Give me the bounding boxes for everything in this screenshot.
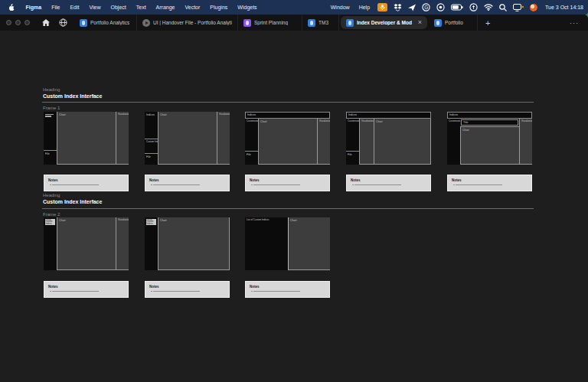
figma-file-icon [346, 19, 354, 27]
menu-item-arrange[interactable]: Arrange [156, 5, 175, 10]
globe-icon[interactable] [54, 15, 71, 31]
note-text-line [153, 291, 200, 292]
figma-tab-bar: Portfolio Analytics UI | Handover File -… [0, 15, 588, 31]
send-icon[interactable] [408, 0, 416, 15]
menu-item-vector[interactable]: Vector [185, 5, 201, 10]
tab-index-developer-module[interactable]: Index Developer & Module × [341, 16, 427, 29]
tab-ui-handover-file[interactable]: UI | Handover File - Portfolio Analytic [137, 15, 238, 31]
tab-label: UI | Handover File - Portfolio Analytic [153, 20, 232, 25]
wireframe-frame2-thumb3[interactable]: List of Custom Indices Chart [245, 217, 330, 270]
note-text-line [456, 184, 502, 185]
thumb-sidebar: Customization File [346, 119, 359, 165]
window-zoom-button[interactable] [24, 20, 30, 25]
note-title: Notes [48, 178, 128, 182]
figma-file-icon [80, 19, 87, 27]
note-card[interactable]: Notes [44, 175, 129, 191]
thumb-chart-panel: Chart [288, 217, 330, 270]
thumb-chart-panel: Chart [374, 119, 431, 165]
note-card[interactable]: Notes [346, 175, 431, 191]
figma-canvas[interactable]: Heading Custom Index Interface Frame 1 F… [0, 31, 588, 382]
display-icon[interactable] [513, 0, 524, 15]
section-title[interactable]: Custom Index Interface [43, 199, 102, 204]
window-minimize-button[interactable] [15, 20, 21, 25]
tab-label: Portfolio Analytics [90, 20, 129, 25]
menu-item-view[interactable]: View [89, 5, 100, 10]
thumb-sidebar: Customization [447, 119, 460, 165]
thumb-chart-panel: Chart [158, 217, 230, 270]
wireframe-frame2-thumb2[interactable]: List of Custom Indices Chart [145, 217, 230, 270]
tab-label: TM3 [318, 20, 328, 25]
note-title: Notes [250, 178, 329, 182]
wireframe-frame1-thumb5[interactable]: Indices Customization Title Chart Visual… [447, 112, 532, 165]
wireframe-frame1-thumb1[interactable]: File Chart Visualization [44, 112, 129, 165]
frame-label[interactable]: Frame 1 [43, 106, 60, 110]
shared-file-icon [142, 19, 150, 27]
menu-item-text[interactable]: Text [136, 5, 146, 10]
section-heading-label[interactable]: Heading [43, 193, 60, 198]
note-title: Notes [149, 178, 229, 182]
wifi-icon[interactable] [484, 0, 493, 15]
note-title: Notes [452, 178, 531, 182]
macos-menu-bar: Figma File Edit View Object Text Arrange… [0, 0, 588, 15]
thumb-sidebar: File [44, 112, 57, 165]
mic-status-icon[interactable] [377, 0, 387, 15]
note-card[interactable]: Notes [245, 175, 330, 191]
section-title[interactable]: Custom Index Interface [43, 93, 102, 99]
note-text-line [354, 184, 401, 185]
window-controls [6, 20, 30, 25]
menu-item-figma[interactable]: Figma [26, 5, 42, 10]
figma-file-icon [308, 19, 315, 27]
thumb-list-panel: List of Custom Indices [245, 217, 288, 270]
tab-tm3[interactable]: TM3 [302, 15, 339, 31]
menu-item-file[interactable]: File [51, 5, 60, 10]
wireframe-frame2-thumb1[interactable]: List of Custom Indices Chart Visualizati… [44, 217, 129, 270]
overflow-menu-icon[interactable]: ··· [570, 19, 579, 27]
thumb-sidebar: Customization File [245, 119, 258, 165]
wireframe-frame1-thumb4[interactable]: Indices Customization File Visualization… [346, 112, 431, 165]
thumb-visualization-panel: Visualization [116, 217, 129, 270]
thumb-visualization-panel: Visualization [217, 112, 230, 165]
battery-icon[interactable] [451, 0, 463, 15]
thumb-topbar: Indices [245, 112, 330, 119]
menu-bar-clock[interactable]: Tue 3 Oct 14:18 [545, 5, 583, 10]
menu-item-plugins[interactable]: Plugins [210, 5, 227, 10]
note-card[interactable]: Notes [145, 281, 230, 298]
grammarly-icon[interactable]: G [422, 0, 430, 15]
menu-item-window[interactable]: Window [331, 5, 350, 10]
wireframe-frame1-thumb3[interactable]: Indices Customization File Chart Visuali… [245, 112, 330, 165]
note-card[interactable]: Notes [44, 281, 129, 298]
menu-item-edit[interactable]: Edit [70, 5, 79, 10]
tab-label: Portfolio [445, 20, 463, 25]
section-heading-label[interactable]: Heading [43, 87, 60, 92]
dropbox-icon[interactable] [394, 0, 402, 15]
home-button[interactable] [38, 15, 54, 31]
control-center-icon[interactable] [469, 0, 478, 15]
tab-sprint-planning[interactable]: Sprint Planning [238, 15, 302, 31]
browser-profile-icon[interactable] [530, 0, 537, 15]
note-card[interactable]: Notes [245, 281, 330, 298]
menu-item-object[interactable]: Object [111, 5, 126, 10]
close-tab-icon[interactable]: × [418, 19, 422, 26]
section-divider-line [42, 208, 534, 209]
apple-menu-icon[interactable] [6, 0, 16, 15]
thumb-chart-panel: Chart [57, 112, 116, 165]
tab-portfolio-analytics[interactable]: Portfolio Analytics [74, 15, 137, 31]
frame-label[interactable]: Frame 2 [43, 212, 60, 217]
record-icon[interactable] [436, 0, 445, 15]
search-icon[interactable] [499, 0, 507, 15]
thumb-list-badge: List of Custom Indices [146, 219, 156, 225]
wireframe-frame1-thumb2[interactable]: Indices Custom Indices File Chart Visual… [145, 112, 230, 165]
tab-portfolio[interactable]: Portfolio [429, 15, 478, 31]
note-title: Notes [351, 178, 430, 182]
note-card[interactable]: Notes [447, 175, 532, 191]
menu-item-help[interactable]: Help [359, 5, 370, 10]
note-text-line [253, 291, 300, 292]
note-title: Notes [149, 285, 229, 289]
menu-item-widgets[interactable]: Widgets [237, 5, 256, 10]
window-close-button[interactable] [6, 20, 11, 25]
new-tab-button[interactable]: + [485, 18, 490, 28]
thumb-chart-panel: Chart [158, 112, 217, 165]
thumb-sidebar: List of Custom Indices [145, 217, 158, 270]
tab-label: Sprint Planning [254, 20, 288, 25]
note-card[interactable]: Notes [145, 175, 230, 191]
